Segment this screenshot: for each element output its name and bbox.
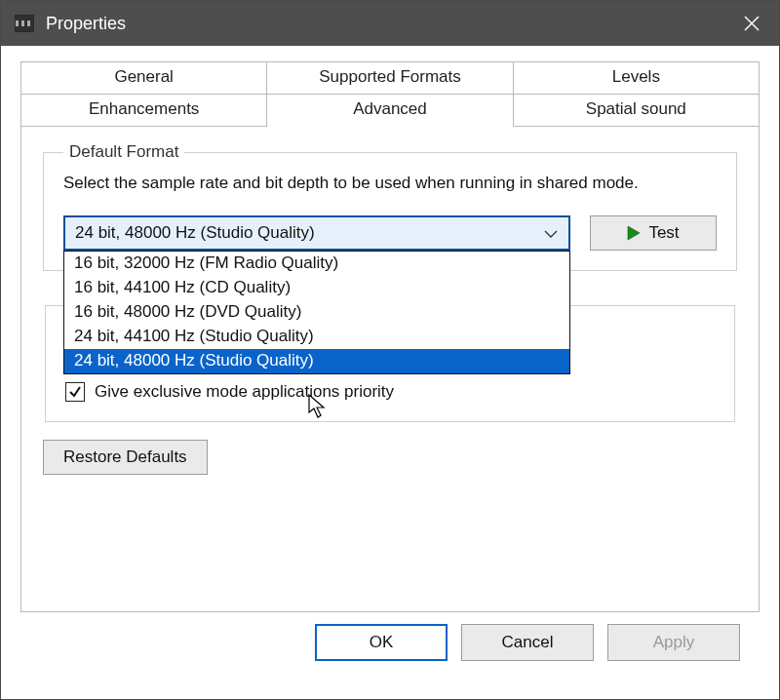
default-format-group: Default Format Select the sample rate an… (43, 142, 737, 271)
sample-rate-option[interactable]: 16 bit, 48000 Hz (DVD Quality) (64, 300, 569, 325)
test-button-label: Test (648, 223, 679, 243)
tab-strip: General Supported Formats Levels Enhance… (20, 61, 760, 127)
sample-rate-option[interactable]: 16 bit, 44100 Hz (CD Quality) (64, 276, 569, 300)
tab-supported-formats[interactable]: Supported Formats (267, 61, 513, 95)
properties-dialog: Properties General Supported Formats Lev… (0, 0, 780, 700)
test-button[interactable]: Test (590, 215, 717, 251)
sample-rate-dropdown: 16 bit, 32000 Hz (FM Radio Quality) 16 b… (63, 251, 570, 374)
ok-button[interactable]: OK (315, 624, 448, 661)
tab-panel-advanced: Default Format Select the sample rate an… (20, 127, 760, 612)
dialog-footer: OK Cancel Apply (20, 612, 760, 661)
tab-general[interactable]: General (20, 61, 267, 95)
titlebar: Properties (1, 1, 779, 46)
tab-levels[interactable]: Levels (514, 61, 760, 95)
close-icon (744, 16, 760, 31)
tab-advanced[interactable]: Advanced (267, 94, 513, 127)
sample-rate-option[interactable]: 24 bit, 48000 Hz (Studio Quality) (64, 349, 569, 373)
sample-rate-selected: 24 bit, 48000 Hz (Studio Quality) (75, 223, 543, 243)
app-icon (15, 15, 34, 32)
tab-enhancements[interactable]: Enhancements (20, 94, 267, 127)
cancel-button[interactable]: Cancel (461, 624, 594, 661)
tab-spatial-sound[interactable]: Spatial sound (514, 94, 760, 127)
close-button[interactable] (724, 1, 779, 46)
sample-rate-option[interactable]: 24 bit, 44100 Hz (Studio Quality) (64, 325, 569, 349)
play-icon (627, 225, 641, 241)
sample-rate-option[interactable]: 16 bit, 32000 Hz (FM Radio Quality) (64, 252, 569, 276)
svg-marker-2 (628, 226, 640, 240)
checkbox-icon (65, 382, 85, 402)
default-format-description: Select the sample rate and bit depth to … (63, 172, 717, 196)
chevron-down-icon (543, 224, 559, 241)
sample-rate-combobox[interactable]: 24 bit, 48000 Hz (Studio Quality) 16 bit… (63, 215, 570, 251)
restore-defaults-button[interactable]: Restore Defaults (43, 440, 208, 475)
exclusive-priority-checkbox[interactable]: Give exclusive mode applications priorit… (65, 382, 715, 402)
default-format-legend: Default Format (63, 142, 184, 162)
exclusive-priority-label: Give exclusive mode applications priorit… (95, 382, 394, 402)
window-title: Properties (46, 14, 126, 34)
apply-button[interactable]: Apply (607, 624, 740, 661)
